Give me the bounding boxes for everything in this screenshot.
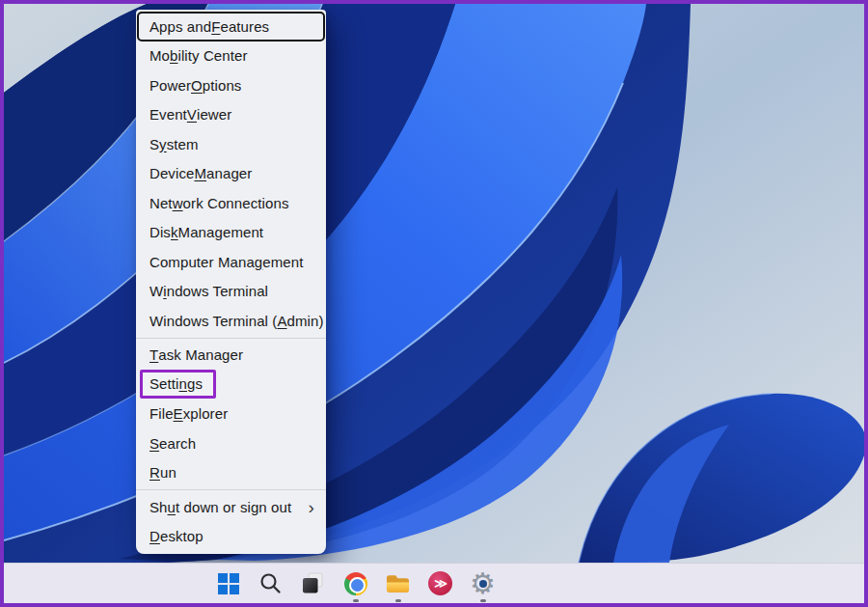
running-indicator — [395, 599, 401, 602]
menu-item-label: File Explorer — [149, 405, 228, 422]
chrome-icon — [344, 572, 367, 595]
windows-logo-icon — [218, 573, 239, 594]
menu-item-desktop[interactable]: Desktop — [136, 522, 326, 552]
menu-item-label: Windows Terminal — [149, 283, 268, 299]
menu-item-mobility-center[interactable]: Mobility Center — [136, 41, 326, 71]
menu-separator — [136, 489, 326, 490]
media-app-icon: ≫ — [428, 571, 452, 595]
gear-icon: ⚙ — [470, 569, 496, 598]
menu-separator — [136, 338, 326, 339]
running-indicator — [480, 599, 486, 602]
menu-item-device-manager[interactable]: Device Manager — [136, 159, 326, 189]
menu-item-label: Shut down or sign out — [149, 499, 291, 515]
menu-item-apps-and-features[interactable]: Apps and Features — [136, 12, 326, 41]
running-indicator — [353, 599, 359, 602]
menu-item-label: Disk Management — [149, 224, 263, 240]
menu-item-shut-down-or-sign-out[interactable]: Shut down or sign out › — [136, 492, 326, 522]
start-button[interactable] — [216, 571, 240, 595]
file-explorer-button[interactable] — [386, 571, 410, 595]
menu-item-network-connections[interactable]: Network Connections — [136, 188, 326, 218]
menu-item-label: Event Viewer — [149, 106, 231, 123]
task-view-button[interactable] — [301, 571, 325, 595]
menu-item-label: Run — [149, 464, 176, 481]
menu-item-event-viewer[interactable]: Event Viewer — [136, 100, 326, 130]
menu-item-power-options[interactable]: Power Options — [136, 70, 326, 100]
settings-button[interactable]: ⚙ — [471, 571, 495, 595]
gear-center — [479, 580, 487, 588]
chrome-button[interactable] — [343, 571, 367, 595]
menu-item-label: Mobility Center — [149, 47, 248, 64]
menu-item-label: Settings — [140, 370, 216, 399]
menu-item-label: Desktop — [149, 528, 203, 544]
menu-item-task-manager[interactable]: Task Manager — [136, 341, 326, 371]
task-view-icon — [301, 571, 325, 595]
file-explorer-icon — [386, 573, 410, 594]
taskbar: ≫ ⚙ — [4, 563, 864, 603]
media-app-button[interactable]: ≫ — [428, 571, 452, 595]
menu-item-computer-management[interactable]: Computer Management — [136, 247, 326, 277]
winx-context-menu: Apps and Features Mobility Center Power … — [136, 10, 326, 554]
menu-item-run[interactable]: Run — [136, 458, 326, 488]
menu-item-windows-terminal[interactable]: Windows Terminal — [136, 277, 326, 307]
menu-item-search[interactable]: Search — [136, 428, 326, 458]
taskbar-icons: ≫ ⚙ — [216, 564, 495, 603]
submenu-chevron-icon: › — [309, 498, 314, 516]
menu-item-label: Search — [149, 435, 196, 452]
menu-item-label: Task Manager — [149, 346, 243, 363]
search-button[interactable] — [258, 571, 283, 595]
menu-item-label: Windows Terminal (Admin) — [149, 313, 324, 329]
desktop-wallpaper — [4, 4, 864, 563]
menu-item-settings[interactable]: Settings — [136, 370, 326, 400]
menu-item-label: Computer Management — [149, 254, 304, 270]
menu-item-label: Device Manager — [149, 165, 252, 181]
menu-item-windows-terminal-admin[interactable]: Windows Terminal (Admin) — [136, 306, 326, 336]
menu-item-label: Apps and Features — [149, 18, 269, 35]
search-icon — [258, 571, 283, 595]
screenshot-frame: Apps and Features Mobility Center Power … — [0, 0, 868, 607]
menu-item-label: System — [149, 136, 199, 152]
menu-item-file-explorer[interactable]: File Explorer — [136, 400, 326, 429]
menu-item-label: Power Options — [149, 77, 241, 94]
menu-item-system[interactable]: System — [136, 129, 326, 159]
menu-item-disk-management[interactable]: Disk Management — [136, 218, 326, 248]
menu-item-label: Network Connections — [149, 195, 289, 211]
